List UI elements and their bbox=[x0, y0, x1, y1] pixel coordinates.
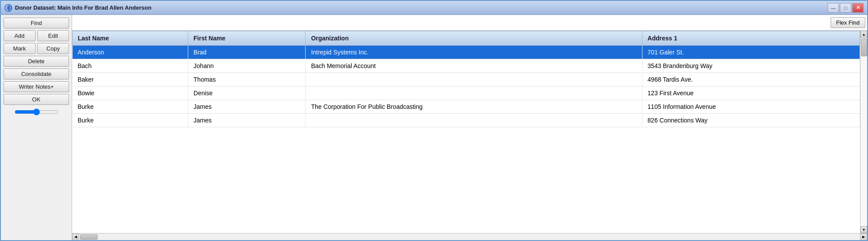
cell-first_name: James bbox=[188, 114, 306, 127]
cell-organization bbox=[306, 114, 642, 127]
window-title: Donor Dataset: Main Info For Brad Allen … bbox=[15, 4, 828, 11]
cell-organization bbox=[306, 73, 642, 86]
mark-copy-row: Mark Copy bbox=[4, 43, 69, 54]
title-bar: Donor Dataset: Main Info For Brad Allen … bbox=[1, 1, 867, 15]
add-button[interactable]: Add bbox=[4, 30, 36, 41]
window-controls: — □ ✕ bbox=[828, 3, 864, 13]
cell-first_name: Thomas bbox=[188, 73, 306, 86]
scroll-thumb[interactable] bbox=[861, 39, 867, 56]
cell-last_name: Baker bbox=[73, 73, 188, 86]
scroll-down-arrow[interactable]: ▼ bbox=[861, 226, 867, 233]
cell-first_name: Denise bbox=[188, 86, 306, 100]
table-body: AndersonBradIntrepid Systems Inc.701 Gal… bbox=[73, 46, 860, 127]
col-address1: Address 1 bbox=[642, 31, 860, 46]
col-organization: Organization bbox=[306, 31, 642, 46]
cell-first_name: James bbox=[188, 100, 306, 114]
horizontal-scrollbar: ◀ ▶ bbox=[72, 233, 867, 240]
table-row[interactable]: BurkeJames826 Connections Way bbox=[73, 114, 860, 127]
slider-container bbox=[4, 107, 69, 117]
scroll-track bbox=[861, 57, 867, 226]
table-container[interactable]: Last Name First Name Organization Addres… bbox=[72, 31, 860, 233]
find-button[interactable]: Find bbox=[4, 18, 69, 29]
table-header-row: Last Name First Name Organization Addres… bbox=[73, 31, 860, 46]
cell-address1: 701 Galer St. bbox=[642, 46, 860, 59]
minimize-button[interactable]: — bbox=[828, 3, 839, 13]
cell-address1: 826 Connections Way bbox=[642, 114, 860, 127]
table-row[interactable]: BakerThomas4968 Tardis Ave. bbox=[73, 73, 860, 86]
table-row[interactable]: BurkeJamesThe Corporation For Public Bro… bbox=[73, 100, 860, 114]
data-table: Last Name First Name Organization Addres… bbox=[72, 31, 860, 127]
table-row[interactable]: BachJohannBach Memorial Account3543 Bran… bbox=[73, 59, 860, 73]
ok-button[interactable]: OK bbox=[4, 94, 69, 105]
col-first-name: First Name bbox=[188, 31, 306, 46]
window-body: Find Add Edit Mark Copy Delete Consolida… bbox=[1, 15, 867, 240]
table-row[interactable]: AndersonBradIntrepid Systems Inc.701 Gal… bbox=[73, 46, 860, 59]
cell-first_name: Brad bbox=[188, 46, 306, 59]
scroll-left-arrow[interactable]: ◀ bbox=[72, 234, 79, 241]
cell-last_name: Bach bbox=[73, 59, 188, 73]
cell-address1: 123 First Avenue bbox=[642, 86, 860, 100]
scroll-up-arrow[interactable]: ▲ bbox=[861, 31, 867, 38]
cell-last_name: Anderson bbox=[73, 46, 188, 59]
cell-last_name: Bowie bbox=[73, 86, 188, 100]
table-row[interactable]: BowieDenise123 First Avenue bbox=[73, 86, 860, 100]
consolidate-button[interactable]: Consolidate bbox=[4, 68, 69, 79]
cell-last_name: Burke bbox=[73, 100, 188, 114]
sidebar: Find Add Edit Mark Copy Delete Consolida… bbox=[1, 15, 72, 240]
vertical-scrollbar: ▲ ▼ bbox=[860, 31, 867, 233]
col-last-name: Last Name bbox=[73, 31, 188, 46]
writer-notes-button[interactable]: Writer Notes+ bbox=[4, 81, 69, 92]
cell-address1: 3543 Brandenburg Way bbox=[642, 59, 860, 73]
search-bar: Flex Find bbox=[72, 15, 867, 31]
cell-organization: Bach Memorial Account bbox=[306, 59, 642, 73]
h-scroll-thumb[interactable] bbox=[80, 234, 98, 240]
table-wrapper: Last Name First Name Organization Addres… bbox=[72, 31, 867, 233]
scroll-right-arrow[interactable]: ▶ bbox=[860, 234, 867, 241]
close-button[interactable]: ✕ bbox=[852, 3, 864, 13]
delete-button[interactable]: Delete bbox=[4, 56, 69, 67]
cell-last_name: Burke bbox=[73, 114, 188, 127]
edit-button[interactable]: Edit bbox=[37, 30, 69, 41]
cell-organization: The Corporation For Public Broadcasting bbox=[306, 100, 642, 114]
cell-first_name: Johann bbox=[188, 59, 306, 73]
maximize-button[interactable]: □ bbox=[840, 3, 851, 13]
zoom-slider[interactable] bbox=[15, 108, 58, 115]
app-icon bbox=[4, 4, 12, 12]
add-edit-row: Add Edit bbox=[4, 30, 69, 41]
main-content: Flex Find Last Name First Name Organizat… bbox=[72, 15, 867, 240]
cell-organization bbox=[306, 86, 642, 100]
mark-button[interactable]: Mark bbox=[4, 43, 36, 54]
flex-find-button[interactable]: Flex Find bbox=[831, 17, 865, 28]
search-input[interactable] bbox=[72, 15, 831, 30]
copy-button[interactable]: Copy bbox=[37, 43, 69, 54]
cell-organization: Intrepid Systems Inc. bbox=[306, 46, 642, 59]
cell-address1: 1105 Information Avenue bbox=[642, 100, 860, 114]
cell-address1: 4968 Tardis Ave. bbox=[642, 73, 860, 86]
main-window: Donor Dataset: Main Info For Brad Allen … bbox=[0, 0, 868, 241]
